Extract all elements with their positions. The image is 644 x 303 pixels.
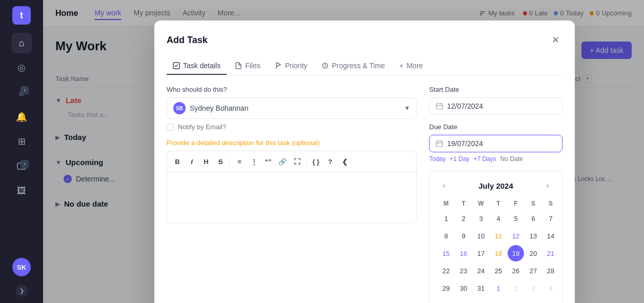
tab-files[interactable]: Files: [229, 57, 267, 75]
tab-task-details[interactable]: Task details: [167, 57, 227, 75]
heading-button[interactable]: H: [200, 155, 212, 168]
calendar-prev-button[interactable]: ‹: [438, 179, 450, 192]
optional-label: (optional): [292, 139, 319, 147]
assignee-avatar: SB: [173, 102, 186, 114]
assignee-select[interactable]: SB Sydney Bohannan ▼: [167, 97, 417, 119]
modal-close-button[interactable]: ✕: [548, 33, 562, 47]
sidebar-expand-button[interactable]: ❯: [15, 285, 28, 297]
cal-day-7[interactable]: 7: [542, 210, 559, 227]
app-logo[interactable]: t: [12, 6, 31, 25]
modal-header: Add Task ✕: [167, 33, 562, 47]
italic-button[interactable]: I: [186, 155, 198, 168]
modal-tabs: Task details Files Priority Progress & T…: [167, 57, 562, 75]
sidebar-item-image[interactable]: 🖼: [11, 180, 32, 201]
cal-day-9[interactable]: 9: [455, 228, 472, 244]
start-date-group: Start Date 12/07/2024: [429, 86, 562, 115]
cal-day-19[interactable]: 19: [508, 245, 524, 261]
start-date-value: 12/07/2024: [447, 102, 483, 110]
cal-day-14[interactable]: 14: [542, 228, 559, 244]
link-button[interactable]: 🔗: [276, 155, 289, 168]
quote-button[interactable]: “”: [262, 155, 274, 168]
due-date-input[interactable]: 19/07/2024: [429, 135, 562, 152]
start-date-input[interactable]: 12/07/2024: [429, 97, 562, 115]
cal-day-29[interactable]: 29: [438, 280, 454, 296]
cal-day-23[interactable]: 23: [455, 262, 472, 279]
assignee-inner: SB Sydney Bohannan: [173, 102, 248, 114]
sidebar-item-grid[interactable]: ⊞: [11, 131, 32, 152]
toolbar-divider-1: [230, 157, 230, 166]
cal-header-s1: S: [525, 198, 541, 209]
cal-day-13[interactable]: 13: [525, 228, 541, 244]
start-date-label: Start Date: [429, 86, 562, 93]
cal-day-28[interactable]: 28: [542, 262, 559, 279]
assignee-field-group: Who should do this? SB Sydney Bohannan ▼…: [167, 86, 417, 131]
cal-day-aug-4[interactable]: 4: [542, 280, 559, 296]
calendar-next-button[interactable]: ›: [541, 179, 554, 192]
cal-day-21[interactable]: 21: [542, 245, 559, 261]
shortcut-plus7[interactable]: +7 Days: [473, 155, 496, 163]
cal-day-1[interactable]: 1: [438, 210, 454, 227]
notify-checkbox[interactable]: [167, 124, 174, 131]
sidebar-item-folder[interactable]: ›: [11, 156, 32, 176]
date-calendar: ‹ July 2024 › M T W T F S S 1 2 3: [429, 171, 562, 303]
code-button[interactable]: { }: [310, 155, 322, 168]
cal-day-6[interactable]: 6: [525, 210, 541, 227]
image-button[interactable]: ⛶: [291, 155, 303, 168]
sidebar-item-target[interactable]: ◎: [11, 57, 32, 78]
cal-day-20[interactable]: 20: [525, 245, 541, 261]
user-avatar[interactable]: SK: [12, 258, 31, 276]
tab-progress-time[interactable]: Progress & Time: [315, 57, 391, 75]
modal-form-right: Start Date 12/07/2024 Due Date 19/07/202…: [429, 86, 562, 303]
cal-day-4[interactable]: 4: [490, 210, 507, 227]
cal-day-16[interactable]: 16: [455, 245, 472, 261]
cal-day-2[interactable]: 2: [455, 210, 472, 227]
strikethrough-button[interactable]: S: [214, 155, 227, 168]
cal-day-8[interactable]: 8: [438, 228, 454, 244]
cal-day-30[interactable]: 30: [455, 280, 472, 296]
tab-more[interactable]: + More: [393, 57, 429, 75]
shortcut-no-date[interactable]: No Date: [500, 155, 523, 163]
cal-day-5[interactable]: 5: [508, 210, 524, 227]
sidebar-item-search[interactable]: ⌕ ›: [11, 82, 32, 103]
cal-header-m: M: [438, 198, 454, 209]
bold-button[interactable]: B: [171, 155, 184, 168]
ordered-list-button[interactable]: ≡: [233, 155, 246, 168]
shortcut-plus1[interactable]: +1 Day: [450, 155, 469, 163]
due-date-group: Due Date 19/07/2024 Today +1 Day +7 Days…: [429, 123, 562, 163]
cal-header-f: F: [508, 198, 524, 209]
sidebar-item-bell[interactable]: 🔔: [11, 107, 32, 127]
cal-day-18[interactable]: 18: [490, 245, 507, 261]
due-date-label: Due Date: [429, 123, 562, 131]
description-field-group: Provide a detailed description for this …: [167, 139, 417, 223]
modal-title: Add Task: [167, 35, 208, 46]
cal-day-11[interactable]: 11: [490, 228, 507, 244]
cal-day-31[interactable]: 31: [473, 280, 489, 296]
cal-day-3[interactable]: 3: [473, 210, 489, 227]
cal-day-17[interactable]: 17: [473, 245, 489, 261]
editor-toolbar: B I H S ≡ ⋮ “” 🔗 ⛶ { } ? ❮: [167, 151, 417, 172]
expand-button[interactable]: ❮: [338, 155, 351, 168]
cal-header-s2: S: [542, 198, 559, 209]
cal-day-aug-1[interactable]: 1: [490, 280, 507, 296]
cal-header-t2: T: [490, 198, 507, 209]
cal-day-15[interactable]: 15: [438, 245, 454, 261]
cal-day-26[interactable]: 26: [508, 262, 524, 279]
unordered-list-button[interactable]: ⋮: [248, 155, 260, 168]
cal-day-27[interactable]: 27: [525, 262, 541, 279]
shortcut-today[interactable]: Today: [429, 155, 446, 163]
cal-day-22[interactable]: 22: [438, 262, 454, 279]
tab-priority[interactable]: Priority: [269, 57, 314, 75]
cal-day-25[interactable]: 25: [490, 262, 507, 279]
modal-body: Who should do this? SB Sydney Bohannan ▼…: [167, 86, 562, 303]
cal-day-24[interactable]: 24: [473, 262, 489, 279]
calendar-month-title: July 2024: [478, 181, 513, 190]
cal-day-aug-3[interactable]: 3: [525, 280, 541, 296]
toolbar-divider-2: [306, 157, 307, 166]
description-editor[interactable]: [167, 172, 417, 223]
sidebar: t ⌂ ◎ ⌕ › 🔔 ⊞ › 🖼 SK ❯: [0, 0, 43, 303]
sidebar-item-home[interactable]: ⌂: [11, 33, 32, 53]
cal-day-aug-2[interactable]: 2: [508, 280, 524, 296]
cal-day-10[interactable]: 10: [473, 228, 489, 244]
help-button[interactable]: ?: [324, 155, 336, 168]
cal-day-12[interactable]: 12: [508, 228, 524, 244]
